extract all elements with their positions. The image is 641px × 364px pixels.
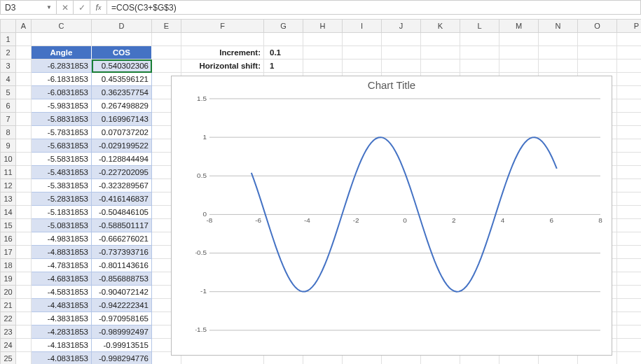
- cell-cos[interactable]: -0.998294776: [92, 352, 152, 364]
- cell[interactable]: [617, 59, 641, 73]
- cell[interactable]: [617, 179, 641, 192]
- col-header[interactable]: P: [617, 20, 641, 33]
- select-all[interactable]: [1, 20, 16, 33]
- cell-cos[interactable]: -0.99913515: [92, 339, 152, 352]
- cell[interactable]: [617, 86, 641, 99]
- cell[interactable]: [16, 232, 32, 246]
- cell-cos[interactable]: -0.989992497: [92, 326, 152, 339]
- cell[interactable]: [617, 272, 641, 286]
- cell[interactable]: [617, 286, 641, 299]
- chart[interactable]: Chart Title -1.5-1-0.500.511.5-8-6-4-202…: [171, 76, 612, 356]
- cell[interactable]: [303, 46, 343, 59]
- cell[interactable]: [16, 286, 32, 299]
- cell-angle[interactable]: -5.7831853: [32, 126, 92, 139]
- col-header[interactable]: K: [421, 20, 460, 33]
- cell-angle[interactable]: -6.1831853: [32, 73, 92, 86]
- cell[interactable]: [578, 46, 617, 59]
- cell[interactable]: [617, 46, 641, 59]
- cell-cos[interactable]: 0.540302306: [92, 59, 152, 73]
- row-header[interactable]: 24: [1, 339, 16, 352]
- cell[interactable]: [16, 139, 32, 153]
- row-header[interactable]: 5: [1, 86, 16, 99]
- row-header[interactable]: 20: [1, 286, 16, 299]
- row-header[interactable]: 14: [1, 206, 16, 219]
- cell-cos[interactable]: -0.416146837: [92, 192, 152, 206]
- row-header[interactable]: 13: [1, 192, 16, 206]
- row-header[interactable]: 6: [1, 99, 16, 113]
- cell[interactable]: [382, 33, 421, 46]
- name-box[interactable]: D3 ▼: [1, 1, 57, 14]
- cell[interactable]: [539, 59, 578, 73]
- col-header[interactable]: M: [499, 20, 539, 33]
- row-header[interactable]: 4: [1, 73, 16, 86]
- table-header-angle[interactable]: Angle: [32, 46, 92, 59]
- cell-angle[interactable]: -5.6831853: [32, 139, 92, 153]
- col-header[interactable]: O: [578, 20, 617, 33]
- cell-angle[interactable]: -4.0831853: [32, 352, 92, 364]
- accept-formula-button[interactable]: ✓: [74, 1, 90, 14]
- cell[interactable]: [617, 312, 641, 326]
- cell-angle[interactable]: -4.9831853: [32, 232, 92, 246]
- col-header[interactable]: A: [16, 20, 32, 33]
- cell[interactable]: [617, 73, 641, 86]
- increment-label[interactable]: Increment:: [181, 46, 264, 59]
- cell[interactable]: [16, 312, 32, 326]
- col-header[interactable]: G: [264, 20, 303, 33]
- row-header[interactable]: 9: [1, 139, 16, 153]
- cell[interactable]: [539, 33, 578, 46]
- cell[interactable]: [617, 232, 641, 246]
- cell[interactable]: [16, 352, 32, 364]
- cell-cos[interactable]: 0.267498829: [92, 99, 152, 113]
- cell[interactable]: [16, 99, 32, 113]
- col-header[interactable]: C: [32, 20, 92, 33]
- cell-cos[interactable]: 0.453596121: [92, 73, 152, 86]
- cell[interactable]: [460, 33, 499, 46]
- cell-angle[interactable]: -4.7831853: [32, 259, 92, 272]
- cell[interactable]: [152, 59, 181, 73]
- cell-cos[interactable]: -0.227202095: [92, 166, 152, 179]
- cell[interactable]: [16, 272, 32, 286]
- cell-angle[interactable]: -5.4831853: [32, 166, 92, 179]
- cell[interactable]: [16, 86, 32, 99]
- cell-angle[interactable]: -5.5831853: [32, 153, 92, 166]
- cell-angle[interactable]: -5.9831853: [32, 99, 92, 113]
- cell[interactable]: [499, 46, 539, 59]
- cell[interactable]: [343, 46, 382, 59]
- cell[interactable]: [16, 339, 32, 352]
- cell[interactable]: [16, 179, 32, 192]
- cell[interactable]: [16, 113, 32, 126]
- cell[interactable]: [617, 153, 641, 166]
- cell[interactable]: [343, 59, 382, 73]
- col-header[interactable]: E: [152, 20, 181, 33]
- cell[interactable]: [303, 59, 343, 73]
- cell-angle[interactable]: -5.8831853: [32, 113, 92, 126]
- row-header[interactable]: 16: [1, 232, 16, 246]
- cell[interactable]: [16, 33, 32, 46]
- cell[interactable]: [617, 259, 641, 272]
- cell-cos[interactable]: -0.504846105: [92, 206, 152, 219]
- cell-cos[interactable]: -0.323289567: [92, 179, 152, 192]
- cell[interactable]: [16, 153, 32, 166]
- chart-title[interactable]: Chart Title: [172, 76, 612, 92]
- cell-angle[interactable]: -5.0831853: [32, 219, 92, 232]
- hshift-value[interactable]: 1: [264, 59, 303, 73]
- row-header[interactable]: 15: [1, 219, 16, 232]
- cell[interactable]: [92, 33, 152, 46]
- cell[interactable]: [578, 33, 617, 46]
- col-header[interactable]: J: [382, 20, 421, 33]
- row-header[interactable]: 11: [1, 166, 16, 179]
- cell-angle[interactable]: -6.2831853: [32, 59, 92, 73]
- row-header[interactable]: 22: [1, 312, 16, 326]
- hshift-label[interactable]: Horizontal shift:: [181, 59, 264, 73]
- cell-angle[interactable]: -5.1831853: [32, 206, 92, 219]
- row-header[interactable]: 25: [1, 352, 16, 364]
- cell[interactable]: [16, 46, 32, 59]
- cell[interactable]: [16, 73, 32, 86]
- cell[interactable]: [617, 219, 641, 232]
- cell[interactable]: [499, 33, 539, 46]
- cell[interactable]: [578, 59, 617, 73]
- cell-angle[interactable]: -4.6831853: [32, 272, 92, 286]
- table-header-cos[interactable]: COS: [92, 46, 152, 59]
- cell-angle[interactable]: -4.4831853: [32, 299, 92, 312]
- cell-cos[interactable]: -0.970958165: [92, 312, 152, 326]
